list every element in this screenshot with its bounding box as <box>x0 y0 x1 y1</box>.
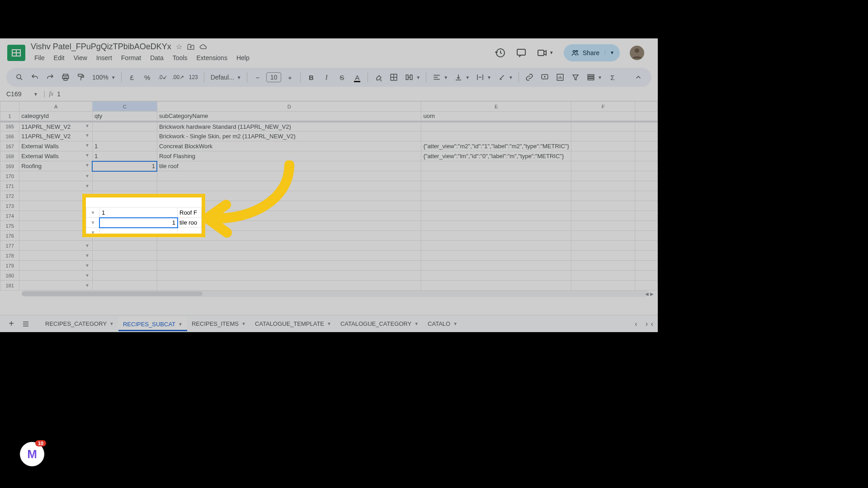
menu-data[interactable]: Data <box>146 52 167 63</box>
cell[interactable] <box>571 261 635 271</box>
cell[interactable] <box>92 122 157 131</box>
cell[interactable] <box>421 201 571 211</box>
name-box[interactable]: C169 ▼ <box>5 89 40 99</box>
cell[interactable]: ▼ <box>19 281 93 291</box>
cell[interactable]: ▼ <box>19 201 93 211</box>
chevron-down-icon[interactable]: ▼ <box>509 75 513 80</box>
cell[interactable]: tile roof <box>157 161 421 171</box>
row-header[interactable]: 178 <box>0 251 19 261</box>
cell[interactable]: 1 <box>92 141 157 151</box>
cell[interactable]: ▼ <box>19 251 93 261</box>
table-row[interactable]: 178 ▼ <box>0 251 658 261</box>
chevron-down-icon[interactable]: ▼ <box>111 75 116 80</box>
data-validation-icon[interactable]: ▼ <box>85 143 90 148</box>
increase-decimal-button[interactable]: .00↗ <box>171 70 185 84</box>
chevron-down-icon[interactable]: ▼ <box>465 75 470 80</box>
paint-format-icon[interactable] <box>74 70 88 84</box>
percent-format-button[interactable]: % <box>141 70 154 84</box>
data-validation-icon[interactable]: ▼ <box>85 174 90 178</box>
cell[interactable] <box>421 191 571 201</box>
table-row[interactable]: 179 ▼ <box>0 261 658 271</box>
row-header[interactable]: 173 <box>0 201 19 211</box>
cell[interactable] <box>421 251 571 261</box>
scroll-right-icon[interactable]: ◀ ▶ <box>645 291 657 297</box>
filter-button[interactable] <box>569 70 582 84</box>
cell[interactable]: ▼ <box>19 241 93 251</box>
data-validation-icon[interactable]: ▼ <box>85 153 90 158</box>
wrap-button[interactable] <box>473 70 487 84</box>
spreadsheet-grid[interactable]: A C D E F 1 cateogryId qty subCategoryNa… <box>0 101 658 315</box>
cell[interactable] <box>157 281 421 291</box>
cell[interactable]: ▼ <box>19 221 93 231</box>
link-button[interactable] <box>523 70 536 84</box>
cell[interactable] <box>92 251 157 261</box>
chevron-down-icon[interactable]: ▼ <box>33 92 38 97</box>
cell[interactable]: uom <box>421 112 571 122</box>
extension-badge[interactable]: M 10 <box>20 442 44 466</box>
row-header[interactable]: 179 <box>0 261 19 271</box>
collapse-toolbar-icon[interactable] <box>632 70 645 84</box>
row-header[interactable]: 166 <box>0 131 19 141</box>
cell[interactable] <box>571 281 635 291</box>
data-validation-icon[interactable]: ▼ <box>85 193 90 198</box>
cell[interactable] <box>157 181 421 191</box>
cell[interactable] <box>571 171 635 181</box>
chevron-down-icon[interactable]: ▼ <box>178 322 183 327</box>
row-header[interactable]: 171 <box>0 181 19 191</box>
chevron-down-icon[interactable]: ▼ <box>327 321 331 326</box>
menu-format[interactable]: Format <box>118 52 145 63</box>
cell[interactable]: Brickwork - Single Skin, per m2 (11APRL_… <box>157 131 421 141</box>
table-row[interactable]: 168 External Walls▼ 1 Roof Flashing {"at… <box>0 151 658 161</box>
cell[interactable]: ▼ <box>19 181 93 191</box>
menu-file[interactable]: File <box>31 52 48 63</box>
col-header-f[interactable]: F <box>571 102 635 112</box>
menu-help[interactable]: Help <box>233 52 253 63</box>
cloud-status-icon[interactable] <box>199 43 208 51</box>
table-row[interactable]: 181 ▼ <box>0 281 658 291</box>
sheet-tab[interactable]: RECIPES_ITEMS▼ <box>187 316 250 331</box>
cell[interactable] <box>571 112 635 122</box>
cell[interactable] <box>92 201 157 211</box>
italic-button[interactable]: I <box>320 70 333 84</box>
cell[interactable] <box>92 171 157 181</box>
cell[interactable]: 1 <box>92 151 157 161</box>
account-avatar[interactable] <box>630 46 644 60</box>
cell[interactable] <box>421 231 571 241</box>
cell[interactable]: 1 <box>92 161 157 171</box>
cell[interactable] <box>92 191 157 201</box>
cell[interactable] <box>157 211 421 221</box>
share-dropdown-icon[interactable]: ▼ <box>605 50 614 55</box>
cell[interactable] <box>157 171 421 181</box>
decrease-decimal-button[interactable]: .0↙ <box>156 70 170 84</box>
sheet-tab[interactable]: RECIPES_SUBCAT▼ <box>118 316 187 331</box>
cell[interactable]: ▼ <box>19 211 93 221</box>
row-header[interactable]: 172 <box>0 191 19 201</box>
menu-view[interactable]: View <box>70 52 91 63</box>
cell[interactable] <box>421 241 571 251</box>
tab-nav-right-icon[interactable]: › <box>646 320 648 328</box>
row-header[interactable]: 176 <box>0 231 19 241</box>
move-icon[interactable] <box>187 43 195 51</box>
add-sheet-button[interactable]: + <box>5 317 18 331</box>
functions-button[interactable]: Σ <box>606 70 619 84</box>
table-row[interactable]: 180 ▼ <box>0 271 658 281</box>
cell[interactable]: External Walls▼ <box>19 151 93 161</box>
table-row[interactable]: 169 Roofing▼ 1 tile roof <box>0 161 658 171</box>
menu-edit[interactable]: Edit <box>50 52 68 63</box>
cell[interactable] <box>571 161 635 171</box>
cell[interactable] <box>92 131 157 141</box>
filter-views-button[interactable] <box>584 70 598 84</box>
data-validation-icon[interactable]: ▼ <box>85 183 90 188</box>
cell[interactable] <box>571 191 635 201</box>
cell[interactable]: ▼ <box>19 271 93 281</box>
chevron-down-icon[interactable]: ▼ <box>241 321 246 326</box>
currency-format-button[interactable]: £ <box>125 70 139 84</box>
table-row[interactable]: 175 ▼ <box>0 221 658 231</box>
undo-icon[interactable] <box>28 70 42 84</box>
table-row[interactable]: 165 11APRL_NEW_V2▼ Brickwork hardware St… <box>0 122 658 131</box>
table-row[interactable]: 173 ▼ <box>0 201 658 211</box>
table-row[interactable]: 171 ▼ <box>0 181 658 191</box>
cell[interactable]: {"atter_view":"m2","id":"1","label":"m2"… <box>421 141 571 151</box>
tab-nav-left-icon[interactable]: ‹ <box>635 320 637 328</box>
cell[interactable] <box>421 122 571 131</box>
